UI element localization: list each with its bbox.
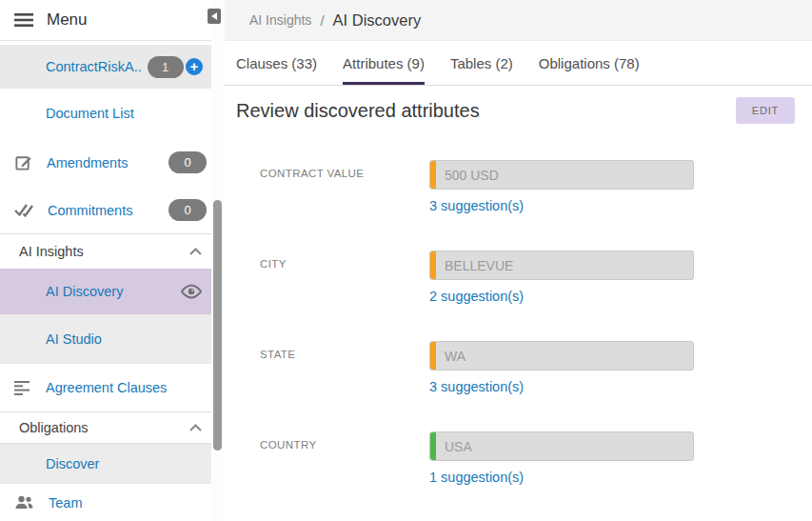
hamburger-menu-icon[interactable] <box>14 12 33 28</box>
count-badge: 1 <box>148 56 184 78</box>
sidebar-item-label: ContractRiskA.. <box>46 59 142 74</box>
tab-clauses[interactable]: Clauses (33) <box>236 41 317 85</box>
field-value: WA <box>445 349 465 364</box>
sidebar-section-obligations[interactable]: Obligations <box>0 411 211 444</box>
count-badge: 0 <box>168 151 207 173</box>
sidebar-item-document-list[interactable]: Document List <box>0 89 211 138</box>
suggestions-link[interactable]: 3 suggestion(s) <box>429 198 524 213</box>
chevron-up-icon[interactable] <box>189 424 202 431</box>
add-contract-button[interactable]: + <box>186 58 203 75</box>
field-label: CONTRACT VALUE <box>260 160 429 214</box>
field-value: USA <box>445 439 472 454</box>
sidebar-item-label: Document List <box>46 106 134 121</box>
title-row: Review discovered attributes EDIT <box>225 86 812 124</box>
breadcrumb-separator: / <box>320 12 324 29</box>
field-city: CITY BELLEVUE 2 suggestion(s) <box>260 250 812 305</box>
sidebar-scrollbar-thumb[interactable] <box>213 200 222 451</box>
value-accent-bar <box>430 342 436 370</box>
field-value: BELLEVUE <box>445 258 513 273</box>
breadcrumb: AI Insights / AI Discovery <box>225 0 812 41</box>
sidebar-item-agreement-clauses[interactable]: Agreement Clauses <box>0 364 211 411</box>
attributes-form: CONTRACT VALUE 500 USD 3 suggestion(s) C… <box>225 160 812 521</box>
count-badge: 0 <box>168 199 207 221</box>
sidebar-item-label: Commitments <box>48 203 132 218</box>
value-accent-bar <box>430 161 436 189</box>
tab-tables[interactable]: Tables (2) <box>450 41 513 85</box>
sidebar-item-label: AI Studio <box>46 331 102 347</box>
sidebar-title: Menu <box>47 10 88 30</box>
tab-obligations[interactable]: Obligations (78) <box>539 41 640 85</box>
suggestions-link[interactable]: 2 suggestion(s) <box>429 289 524 304</box>
field-label: STATE <box>260 341 429 395</box>
breadcrumb-current: AI Discovery <box>333 11 422 30</box>
value-accent-bar <box>430 251 436 279</box>
country-input[interactable]: USA <box>429 431 694 461</box>
city-input[interactable]: BELLEVUE <box>429 250 694 280</box>
people-icon <box>14 495 34 510</box>
sidebar-item-discover[interactable]: Discover <box>0 444 211 484</box>
value-accent-bar <box>430 432 436 460</box>
sidebar-item-ai-discovery[interactable]: AI Discovery <box>0 269 211 314</box>
sidebar-section-label: AI Insights <box>19 244 84 259</box>
field-label: COUNTRY <box>260 431 429 486</box>
check-double-icon <box>14 202 33 218</box>
sidebar-item-label: AI Discovery <box>46 284 123 299</box>
eye-icon[interactable] <box>180 284 203 299</box>
field-country: COUNTRY USA 1 suggestion(s) <box>260 431 812 486</box>
sidebar-item-amendments[interactable]: Amendments 0 <box>0 138 211 187</box>
main-content: AI Insights / AI Discovery Clauses (33) … <box>225 0 812 521</box>
sidebar-scrollbar-track[interactable] <box>211 0 225 521</box>
collapse-sidebar-button[interactable] <box>208 9 221 24</box>
sidebar-item-label: Amendments <box>47 155 128 170</box>
sidebar-item-contract[interactable]: ContractRiskA.. 1 + <box>0 45 211 89</box>
field-label: CITY <box>260 250 429 305</box>
suggestions-link[interactable]: 1 suggestion(s) <box>429 470 524 485</box>
tab-bar: Clauses (33) Attributes (9) Tables (2) O… <box>225 41 812 86</box>
state-input[interactable]: WA <box>429 341 694 371</box>
chevron-up-icon[interactable] <box>189 248 202 255</box>
sidebar-header: Menu <box>0 0 211 41</box>
sidebar-item-commitments[interactable]: Commitments 0 <box>0 187 211 233</box>
field-value: 500 USD <box>445 168 499 183</box>
sidebar-item-label: Discover <box>46 456 99 471</box>
suggestions-link[interactable]: 3 suggestion(s) <box>429 379 524 394</box>
list-icon <box>14 380 31 395</box>
tab-attributes[interactable]: Attributes (9) <box>343 41 425 85</box>
sidebar-item-team[interactable]: Team <box>0 484 211 521</box>
edit-button[interactable]: EDIT <box>736 97 795 124</box>
sidebar-item-ai-studio[interactable]: AI Studio <box>0 314 211 364</box>
field-contract-value: CONTRACT VALUE 500 USD 3 suggestion(s) <box>260 160 812 214</box>
breadcrumb-parent-link[interactable]: AI Insights <box>249 12 311 28</box>
sidebar-item-label: Team <box>49 495 82 511</box>
app-window: Menu ContractRiskA.. 1 + Document List A… <box>0 0 812 521</box>
sidebar-section-ai-insights[interactable]: AI Insights <box>0 233 211 269</box>
sidebar-item-label: Agreement Clauses <box>46 380 167 395</box>
contract-value-input[interactable]: 500 USD <box>429 160 694 190</box>
triangle-left-icon <box>211 12 217 20</box>
sidebar-section-label: Obligations <box>19 420 89 435</box>
edit-icon <box>14 153 32 171</box>
field-state: STATE WA 3 suggestion(s) <box>260 341 812 395</box>
page-title: Review discovered attributes <box>236 100 480 122</box>
sidebar: Menu ContractRiskA.. 1 + Document List A… <box>0 0 211 521</box>
